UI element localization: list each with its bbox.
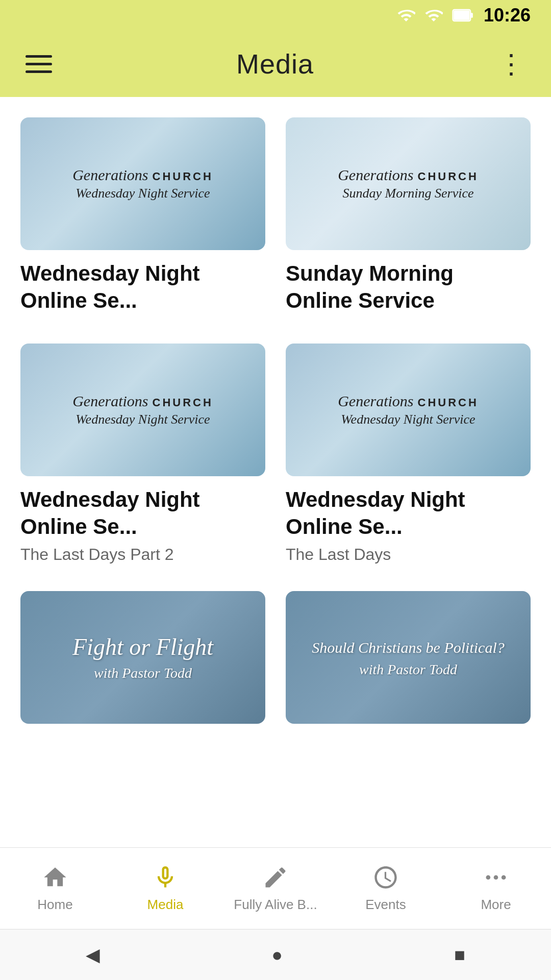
media-item-3[interactable]: Generations CHURCH Wednesday Night Servi… <box>20 344 265 566</box>
svg-point-3 <box>486 875 491 880</box>
media-grid: Generations CHURCH Wednesday Night Servi… <box>20 117 531 734</box>
nav-label-media: Media <box>147 897 184 913</box>
page-title: Media <box>236 48 314 80</box>
media-item-4[interactable]: Generations CHURCH Wednesday Night Servi… <box>286 344 531 566</box>
media-item-5[interactable]: Fight or Flight with Pastor Todd <box>20 591 265 734</box>
media-title-2: Sunday MorningOnline Service <box>286 260 531 314</box>
media-thumbnail-2: Generations CHURCH Sunday Morning Servic… <box>286 117 531 250</box>
recents-button[interactable]: ■ <box>454 944 465 966</box>
mic-icon <box>152 864 179 891</box>
media-title-1: Wednesday Night Online Se... <box>20 260 265 314</box>
hamburger-menu-button[interactable] <box>26 55 52 73</box>
media-thumbnail-6: Should Christians be Political? with Pas… <box>286 591 531 724</box>
home-icon <box>42 864 68 891</box>
svg-point-5 <box>502 875 506 880</box>
more-options-button[interactable]: ⋮ <box>498 51 525 77</box>
nav-label-fully-alive: Fully Alive B... <box>234 897 317 913</box>
battery-icon <box>452 6 474 24</box>
back-button[interactable]: ◀ <box>86 944 100 966</box>
clock-icon <box>372 864 399 891</box>
svg-rect-2 <box>454 11 469 20</box>
wifi-icon <box>397 6 415 24</box>
pen-icon <box>262 864 289 891</box>
nav-item-media[interactable]: Media <box>110 864 220 913</box>
signal-icon <box>424 6 443 24</box>
home-button[interactable]: ● <box>271 944 283 966</box>
media-thumbnail-3: Generations CHURCH Wednesday Night Servi… <box>20 344 265 476</box>
svg-point-4 <box>494 875 498 880</box>
bottom-nav: Home Media Fully Alive B... Events More <box>0 847 551 929</box>
media-item-1[interactable]: Generations CHURCH Wednesday Night Servi… <box>20 117 265 318</box>
nav-item-events[interactable]: Events <box>331 864 441 913</box>
nav-label-events: Events <box>365 897 406 913</box>
nav-label-home: Home <box>37 897 72 913</box>
media-title-4: Wednesday Night Online Se... <box>286 486 531 540</box>
media-thumbnail-5: Fight or Flight with Pastor Todd <box>20 591 265 724</box>
media-item-6[interactable]: Should Christians be Political? with Pas… <box>286 591 531 734</box>
media-subtitle-3: The Last Days Part 2 <box>20 544 265 566</box>
status-icons: 10:26 <box>397 5 531 26</box>
more-dots-icon <box>483 864 509 891</box>
nav-item-home[interactable]: Home <box>0 864 110 913</box>
status-bar: 10:26 <box>0 0 551 31</box>
android-nav-bar: ◀ ● ■ <box>0 929 551 980</box>
media-thumbnail-1: Generations CHURCH Wednesday Night Servi… <box>20 117 265 250</box>
svg-rect-1 <box>470 13 473 17</box>
nav-item-fully-alive[interactable]: Fully Alive B... <box>220 864 331 913</box>
nav-item-more[interactable]: More <box>441 864 551 913</box>
nav-label-more: More <box>481 897 511 913</box>
status-time: 10:26 <box>484 5 531 26</box>
media-thumbnail-4: Generations CHURCH Wednesday Night Servi… <box>286 344 531 476</box>
media-title-3: Wednesday Night Online Se... <box>20 486 265 540</box>
app-header: Media ⋮ <box>0 31 551 97</box>
media-content: Generations CHURCH Wednesday Night Servi… <box>0 97 551 744</box>
media-item-2[interactable]: Generations CHURCH Sunday Morning Servic… <box>286 117 531 318</box>
media-subtitle-4: The Last Days <box>286 544 531 566</box>
